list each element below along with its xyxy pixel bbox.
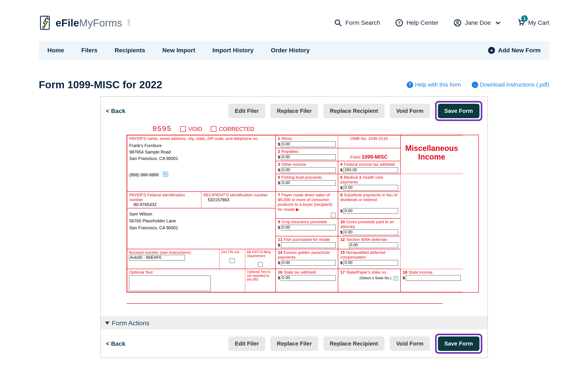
plus-icon: ＋ [488, 47, 495, 54]
box-12-input[interactable]: 0.00 [349, 242, 398, 248]
box-5-fishing: 5Fishing boat proceeds $0.00 [276, 174, 338, 192]
box-8-input[interactable]: 0.00 [343, 208, 398, 214]
box-4-input[interactable]: 250.00 [343, 167, 398, 173]
user-icon [454, 19, 462, 27]
payer-name: Frank's Furniture [129, 142, 273, 149]
my-cart-link[interactable]: 1 My Cart [517, 18, 549, 28]
account-row: Account number (see instructions) AutoID… [127, 249, 276, 269]
box-17-label: State/Payer's state no. [346, 270, 387, 274]
box-3-input[interactable]: 0.00 [281, 167, 336, 173]
box-4-label: Federal income tax withheld [344, 162, 395, 167]
save-form-button-bottom[interactable]: Save Form [438, 336, 480, 351]
page-title: Form 1099-MISC for 2022 [39, 79, 162, 91]
search-icon [334, 19, 342, 27]
user-name-label: Jane Doe [465, 19, 491, 26]
box-15-label: Nonqualified deferred compensation [340, 250, 385, 260]
form-search-link[interactable]: Form Search [334, 19, 380, 27]
box-18-input[interactable] [406, 275, 461, 281]
box-10-input[interactable]: 0.00 [343, 229, 398, 235]
navbar: Home Filers Recipients New Import Import… [39, 41, 549, 59]
brand-logo[interactable]: eFileMyForms .com [39, 15, 131, 31]
caret-down-icon [105, 322, 109, 325]
box-6-input[interactable]: 0.00 [343, 185, 398, 190]
payer-label: PAYER'S name, street address, city, stat… [129, 136, 273, 141]
box-10-label: Gross proceeds paid to an attorney [340, 219, 394, 229]
save-form-button[interactable]: Save Form [438, 104, 480, 118]
state-select-icon[interactable] [393, 276, 398, 281]
recipient-addr2: San Francisco, CA 90001 [129, 224, 273, 231]
help-with-form-link[interactable]: ? Help with this form [407, 81, 461, 88]
replace-filer-button-bottom[interactable]: Replace Filer [270, 336, 318, 351]
box-13-num: 13 [247, 250, 251, 254]
tax-form-grid: PAYER'S name, street address, city, stat… [126, 135, 479, 292]
box-9-label: Crop insurance proceeds [281, 219, 327, 224]
void-form-button-bottom[interactable]: Void Form [390, 336, 430, 351]
form-big-title-1: Miscellaneous [403, 144, 461, 153]
title-row: Form 1099-MISC for 2022 ? Help with this… [39, 79, 549, 91]
box-11-input[interactable] [281, 242, 336, 248]
user-menu[interactable]: Jane Doe [454, 19, 502, 27]
brand-suffix: .com [127, 19, 131, 27]
svg-line-5 [339, 24, 341, 26]
nav-recipients[interactable]: Recipients [115, 47, 145, 54]
box-2-input[interactable]: 0.00 [281, 154, 336, 160]
box-11-fish: 11Fish purchased for resale $ [276, 236, 338, 249]
box-17-placeholder: (Select a State No.) [359, 276, 391, 280]
tax-form: 9595 VOID CORRECTED PAYER'S name, street… [126, 125, 479, 304]
back-link-top[interactable]: < Back [106, 108, 126, 115]
fatca-checkbox[interactable] [258, 262, 263, 267]
corrected-checkbox[interactable]: CORRECTED [211, 126, 254, 132]
account-input[interactable]: AutoID - B6EAF6 [129, 255, 185, 260]
void-checkbox[interactable]: VOID [180, 126, 202, 132]
bottom-action-row: < Back Edit Filer Replace Filer Replace … [101, 329, 487, 358]
box-7-checkbox[interactable] [331, 213, 336, 218]
nav-order-history[interactable]: Order History [271, 47, 310, 54]
box-16-label: State tax withheld [284, 270, 316, 274]
void-label: VOID [189, 126, 202, 132]
help-center-link[interactable]: ? Help Center [395, 19, 439, 27]
nav-new-import[interactable]: New Import [162, 47, 195, 54]
replace-recipient-button-bottom[interactable]: Replace Recipient [323, 336, 385, 351]
back-link-bottom[interactable]: < Back [106, 340, 126, 347]
add-new-form-button[interactable]: ＋ Add New Form [488, 47, 541, 54]
optional-text-input[interactable] [129, 276, 211, 291]
payer-fedid-label: PAYER'S Federal identification number [129, 193, 199, 202]
replace-recipient-button[interactable]: Replace Recipient [323, 104, 385, 118]
box-12-label: Section 409A deferrals [346, 237, 387, 242]
box-1-input[interactable]: 0.00 [281, 141, 336, 147]
nav-import-history[interactable]: Import History [212, 47, 254, 54]
box-7-label: Payer made direct sales of $5,000 or mor… [278, 193, 332, 212]
top-action-row: < Back Edit Filer Replace Filer Replace … [101, 97, 487, 125]
edit-filer-button-bottom[interactable]: Edit Filer [229, 336, 265, 351]
nav-filers[interactable]: Filers [81, 47, 97, 54]
box-1-label: Rents [281, 136, 292, 141]
payer-phone: (888) 888-8888 [129, 172, 159, 178]
edit-phone-icon[interactable]: ✎ [163, 172, 168, 177]
box-12-409a: 12Section 409A deferrals 0.00 [338, 236, 400, 249]
replace-filer-button[interactable]: Replace Filer [270, 104, 318, 118]
box-15-input[interactable]: 0.00 [343, 260, 398, 266]
box-16-state-tax: 16State tax withheld $0.00 [276, 269, 338, 292]
void-form-button[interactable]: Void Form [390, 104, 430, 118]
box-11-label: Fish purchased for resale [284, 237, 330, 242]
help-icon: ? [395, 19, 403, 27]
form-actions-toggle[interactable]: Form Actions [101, 317, 487, 329]
brand-part1: eFile [55, 17, 79, 29]
nav-home[interactable]: Home [47, 47, 64, 54]
box-9-input[interactable]: 0.00 [281, 225, 336, 230]
box-14-input[interactable]: 0.00 [281, 260, 336, 266]
checkbox-icon [180, 126, 186, 132]
svg-point-10 [520, 24, 521, 25]
box-18-state-income: 18State income $ [400, 269, 463, 292]
box-1-rents: 1Rents $0.00 [276, 135, 338, 148]
download-instructions-link[interactable]: ↓ Download instructions (.pdf) [472, 81, 549, 88]
second-tin-checkbox[interactable] [230, 258, 234, 263]
form-panel: < Back Edit Filer Replace Filer Replace … [100, 96, 488, 358]
form-search-label: Form Search [345, 19, 380, 26]
form-name-prefix: Form [350, 155, 361, 159]
box-5-input[interactable]: 0.00 [281, 180, 336, 186]
edit-filer-button[interactable]: Edit Filer [229, 104, 265, 118]
box-5-label: Fishing boat proceeds [281, 175, 322, 179]
help-icon: ? [407, 82, 413, 88]
box-16-input[interactable]: 0.00 [281, 275, 336, 281]
